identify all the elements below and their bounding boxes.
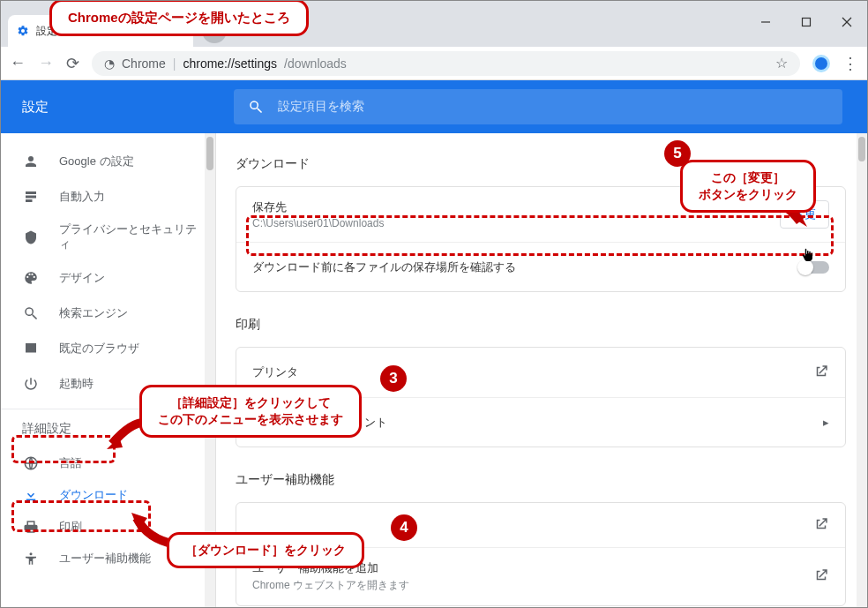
annotation-callout-5: この［変更］ ボタンをクリック: [680, 160, 816, 213]
sidebar-item-appearance[interactable]: デザイン: [1, 260, 206, 296]
svg-rect-1: [803, 19, 811, 26]
page-title: 設定: [22, 99, 49, 116]
sidebar-scrollbar-thumb[interactable]: [206, 137, 213, 170]
external-link-icon: [813, 516, 829, 535]
person-icon: [22, 153, 40, 170]
nav-reload-button[interactable]: ⟳: [66, 54, 79, 73]
power-icon: [22, 375, 40, 393]
printer-icon: [22, 518, 40, 536]
url-path: /downloads: [284, 56, 347, 71]
magnifier-icon: [22, 304, 40, 322]
browser-menu-button[interactable]: ⋮: [842, 54, 858, 73]
site-info-icon[interactable]: ◔: [104, 56, 115, 71]
external-link-icon: [813, 364, 829, 382]
print-section-title: 印刷: [236, 317, 846, 333]
external-link-icon: [813, 567, 829, 586]
nav-back-button[interactable]: ←: [10, 54, 26, 72]
secure-label: Chrome: [122, 56, 166, 71]
download-location-value: C:\Users\user01\Downloads: [252, 217, 384, 229]
window-close-button[interactable]: [827, 8, 867, 36]
annotation-callout-4: ［ダウンロード］をクリック: [167, 532, 364, 568]
sidebar-item-autofill[interactable]: 自動入力: [1, 179, 206, 214]
settings-header: 設定 設定項目を検索: [1, 80, 867, 133]
window-maximize-button[interactable]: [786, 8, 827, 36]
download-icon: [22, 486, 40, 504]
url-main: chrome://settings: [183, 56, 277, 71]
globe-icon: [22, 454, 40, 472]
main-scrollbar-thumb[interactable]: [858, 137, 865, 161]
chevron-right-icon: ▸: [823, 416, 829, 429]
settings-search-input[interactable]: 設定項目を検索: [234, 89, 842, 124]
sidebar-item-google[interactable]: Google の設定: [1, 144, 206, 179]
svg-point-5: [30, 552, 33, 555]
annotation-badge-4: 4: [391, 514, 417, 541]
sidebar-item-language[interactable]: 言語: [1, 447, 206, 479]
annotation-callout-top: Chromeの設定ページを開いたところ: [49, 0, 309, 36]
download-ask-label: ダウンロード前に各ファイルの保存場所を確認する: [252, 259, 516, 275]
main-scrollbar-track[interactable]: [857, 133, 867, 607]
cursor-hand-icon: [799, 246, 815, 268]
form-icon: [22, 188, 40, 206]
accessibility-icon: [22, 550, 40, 567]
shield-icon: [22, 229, 40, 246]
window-minimize-button[interactable]: [745, 8, 786, 36]
download-location-label: 保存先: [252, 199, 384, 215]
omnibox[interactable]: ◔ Chrome | chrome://settings/downloads ☆: [92, 51, 800, 76]
gear-icon: [17, 25, 29, 37]
extension-icon[interactable]: [812, 55, 830, 72]
sidebar-item-search[interactable]: 検索エンジン: [1, 296, 206, 331]
sidebar-item-privacy[interactable]: プライバシーとセキュリティ: [1, 214, 206, 260]
nav-forward-button[interactable]: →: [38, 54, 54, 72]
search-icon: [248, 99, 264, 115]
sidebar-item-default-browser[interactable]: 既定のブラウザ: [1, 331, 206, 366]
bookmark-star-icon[interactable]: ☆: [775, 55, 788, 71]
address-bar: ← → ⟳ ◔ Chrome | chrome://settings/downl…: [1, 47, 867, 80]
download-ask-row: ダウンロード前に各ファイルの保存場所を確認する: [236, 242, 845, 291]
sidebar-item-downloads[interactable]: ダウンロード: [1, 479, 206, 511]
window-controls: [745, 8, 867, 36]
browser-icon: [22, 340, 40, 357]
a11y-section-title: ユーザー補助機能: [236, 472, 846, 488]
annotation-callout-3: ［詳細設定］をクリックして この下のメニューを表示させます: [139, 385, 362, 438]
annotation-badge-5: 5: [664, 140, 691, 167]
palette-icon: [22, 269, 40, 287]
annotation-badge-3: 3: [380, 365, 407, 392]
search-placeholder: 設定項目を検索: [278, 99, 364, 115]
